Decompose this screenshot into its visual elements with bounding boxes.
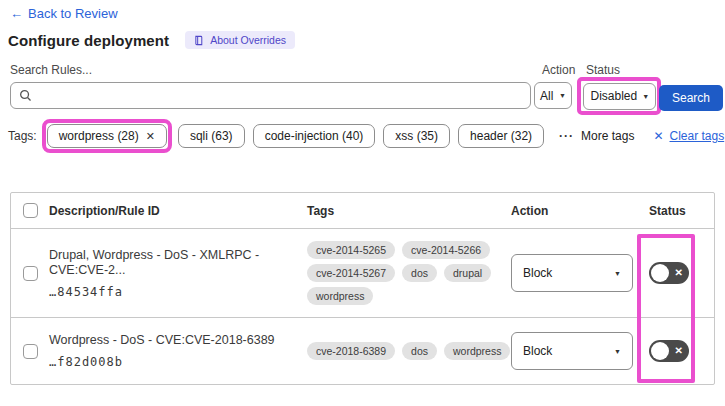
status-filter-value: Disabled	[591, 89, 638, 103]
search-button[interactable]: Search	[659, 85, 723, 111]
rule-tag: dos	[402, 342, 437, 360]
chevron-down-icon: ▼	[614, 270, 621, 277]
page-title: Configure deployment	[8, 32, 169, 49]
back-arrow-icon: ←	[10, 6, 23, 21]
rule-id: …84534ffa	[49, 285, 297, 299]
rule-tag: cve-2014-5265	[307, 241, 395, 259]
action-dropdown[interactable]: Block ▼	[511, 254, 633, 292]
title-row: Configure deployment About Overrides	[8, 31, 295, 49]
tags-label: Tags:	[8, 129, 37, 143]
action-dropdown-value: Block	[523, 344, 552, 358]
more-tags-button[interactable]: ··· More tags	[559, 129, 634, 143]
toggle-knob	[651, 342, 669, 360]
configure-deployment-page: ← Back to Review Configure deployment Ab…	[0, 0, 725, 406]
rule-tag: dos	[402, 264, 437, 282]
status-filter-highlight: Disabled ▼	[577, 77, 661, 115]
action-dropdown[interactable]: Block ▼	[511, 332, 633, 370]
select-all-checkbox[interactable]	[23, 203, 38, 218]
rule-tags: cve-2018-6389 dos wordpress	[307, 342, 511, 360]
back-link-label: Back to Review	[28, 6, 118, 21]
column-header-action: Action	[511, 204, 644, 218]
chevron-down-icon: ▼	[559, 92, 566, 99]
column-header-status: Status	[644, 204, 714, 218]
remove-tag-icon[interactable]: ✕	[146, 130, 155, 143]
search-rules-input[interactable]	[38, 89, 522, 103]
rule-tag: cve-2014-5267	[307, 264, 395, 282]
search-rules-label: Search Rules...	[10, 63, 92, 77]
rules-table: Description/Rule ID Tags Action Status D…	[10, 192, 715, 385]
tag-pill-label: xss (35)	[395, 129, 438, 143]
tag-pill-label: sqli (63)	[190, 129, 233, 143]
clear-tags-label: Clear tags	[670, 129, 725, 143]
action-filter-value: All	[540, 89, 553, 103]
tag-pill-sqli[interactable]: sqli (63)	[178, 124, 245, 148]
tag-pill-header[interactable]: header (32)	[458, 124, 544, 148]
table-header-row: Description/Rule ID Tags Action Status	[11, 193, 714, 229]
table-row: Wordpress - DoS - CVE:CVE-2018-6389 …f82…	[11, 318, 714, 384]
chevron-down-icon: ▼	[642, 93, 649, 100]
rule-id: …f82d008b	[49, 355, 297, 369]
toggle-off-icon: ✕	[675, 346, 683, 356]
clear-icon: ✕	[653, 129, 663, 143]
rule-description: Wordpress - DoS - CVE:CVE-2018-6389	[49, 333, 297, 348]
rule-tag: wordpress	[444, 342, 510, 360]
about-overrides-label: About Overrides	[210, 34, 286, 46]
book-icon	[194, 35, 205, 46]
rule-description: Drupal, Wordpress - DoS - XMLRPC - CVE:C…	[49, 248, 297, 278]
chevron-down-icon: ▼	[614, 348, 621, 355]
rule-tags: cve-2014-5265 cve-2014-5266 cve-2014-526…	[307, 241, 511, 305]
rule-tag: drupal	[444, 264, 491, 282]
back-to-review-link[interactable]: ← Back to Review	[10, 6, 118, 21]
row-checkbox[interactable]	[23, 266, 38, 281]
action-dropdown-value: Block	[523, 266, 552, 280]
rule-tag: cve-2014-5266	[402, 241, 490, 259]
toggle-off-icon: ✕	[675, 268, 683, 278]
search-box[interactable]	[10, 82, 531, 109]
action-filter-label: Action	[542, 63, 575, 77]
ellipsis-icon: ···	[559, 129, 574, 143]
column-header-description: Description/Rule ID	[49, 204, 307, 218]
clear-tags-link[interactable]: ✕ Clear tags	[653, 129, 724, 143]
tag-pill-xss[interactable]: xss (35)	[383, 124, 450, 148]
table-row: Drupal, Wordpress - DoS - XMLRPC - CVE:C…	[11, 229, 714, 318]
action-filter-dropdown[interactable]: All ▼	[534, 82, 572, 109]
active-tag-highlight: wordpress (28) ✕	[42, 119, 172, 153]
tag-pill-label: code-injection (40)	[265, 129, 364, 143]
tag-pill-wordpress[interactable]: wordpress (28) ✕	[47, 124, 167, 148]
column-header-tags: Tags	[307, 204, 511, 218]
search-icon	[19, 89, 32, 102]
toggle-knob	[651, 264, 669, 282]
status-filter-dropdown[interactable]: Disabled ▼	[583, 83, 656, 110]
rule-tag: wordpress	[307, 287, 373, 305]
about-overrides-badge[interactable]: About Overrides	[185, 31, 295, 49]
row-checkbox[interactable]	[23, 344, 38, 359]
tags-bar: Tags: wordpress (28) ✕ sqli (63) code-in…	[8, 118, 720, 154]
tag-pill-label: header (32)	[470, 129, 532, 143]
tag-pill-label: wordpress (28)	[59, 129, 139, 143]
status-toggle[interactable]: ✕	[649, 340, 689, 362]
tag-pill-code-injection[interactable]: code-injection (40)	[253, 124, 376, 148]
status-toggle[interactable]: ✕	[649, 262, 689, 284]
rule-tag: cve-2018-6389	[307, 342, 395, 360]
status-filter-label: Status	[586, 63, 620, 77]
more-tags-label: More tags	[581, 129, 634, 143]
